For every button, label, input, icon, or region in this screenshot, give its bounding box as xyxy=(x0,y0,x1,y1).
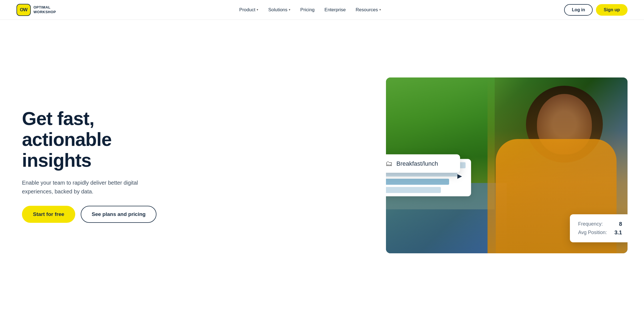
folder-icon: 🗂 xyxy=(386,159,393,168)
chevron-down-icon: ▾ xyxy=(379,8,381,12)
login-button[interactable]: Log in xyxy=(564,4,593,16)
nav-auth: Log in Sign up xyxy=(564,4,628,16)
hero-subtitle: Enable your team to rapidly deliver bett… xyxy=(22,178,143,196)
hero-buttons: Start for free See plans and pricing xyxy=(22,206,165,223)
nav-product[interactable]: Product ▾ xyxy=(239,7,259,13)
frequency-value: 8 xyxy=(619,221,622,227)
start-free-button[interactable]: Start for free xyxy=(22,206,75,223)
avg-position-row: Avg Position: 3.1 xyxy=(578,228,622,237)
logo-badge: OW xyxy=(16,4,31,16)
logo-text: OPTIMAL WORKSHOP xyxy=(33,5,56,15)
avg-position-value: 3.1 xyxy=(614,229,622,236)
signup-button[interactable]: Sign up xyxy=(596,4,628,16)
hero-title: Get fast, actionable insights xyxy=(22,108,165,171)
nav-enterprise[interactable]: Enterprise xyxy=(324,7,346,13)
nav-pricing[interactable]: Pricing xyxy=(300,7,315,13)
list-bar-4 xyxy=(386,187,441,193)
nav-solutions[interactable]: Solutions ▾ xyxy=(268,7,290,13)
cursor-icon: ▶ xyxy=(457,173,462,180)
folder-label: Breakfast/lunch xyxy=(396,160,438,167)
frequency-label: Frequency: xyxy=(578,221,603,227)
frequency-row: Frequency: 8 xyxy=(578,220,622,228)
folder-card: 🗂 Breakfast/lunch xyxy=(386,154,460,173)
see-plans-button[interactable]: See plans and pricing xyxy=(81,206,156,223)
navbar: OW OPTIMAL WORKSHOP Product ▾ Solutions … xyxy=(0,0,644,20)
avg-position-label: Avg Position: xyxy=(578,230,607,235)
nav-resources[interactable]: Resources ▾ xyxy=(356,7,381,13)
hero-content: Get fast, actionable insights Enable you… xyxy=(22,108,165,223)
stats-card: Frequency: 8 Avg Position: 3.1 xyxy=(570,214,628,242)
chevron-down-icon: ▾ xyxy=(257,8,258,12)
list-bar-3 xyxy=(386,179,449,185)
hero-photo: 🗂 Breakfast/lunch ▶ Frequency: 8 Avg Pos xyxy=(386,77,628,253)
chevron-down-icon: ▾ xyxy=(289,8,290,12)
nav-menu: Product ▾ Solutions ▾ Pricing Enterprise… xyxy=(239,7,381,13)
hero-section: Get fast, actionable insights Enable you… xyxy=(0,20,644,311)
logo-link[interactable]: OW OPTIMAL WORKSHOP xyxy=(16,4,56,16)
hero-image-area: 🗂 Breakfast/lunch ▶ Frequency: 8 Avg Pos xyxy=(181,72,628,259)
